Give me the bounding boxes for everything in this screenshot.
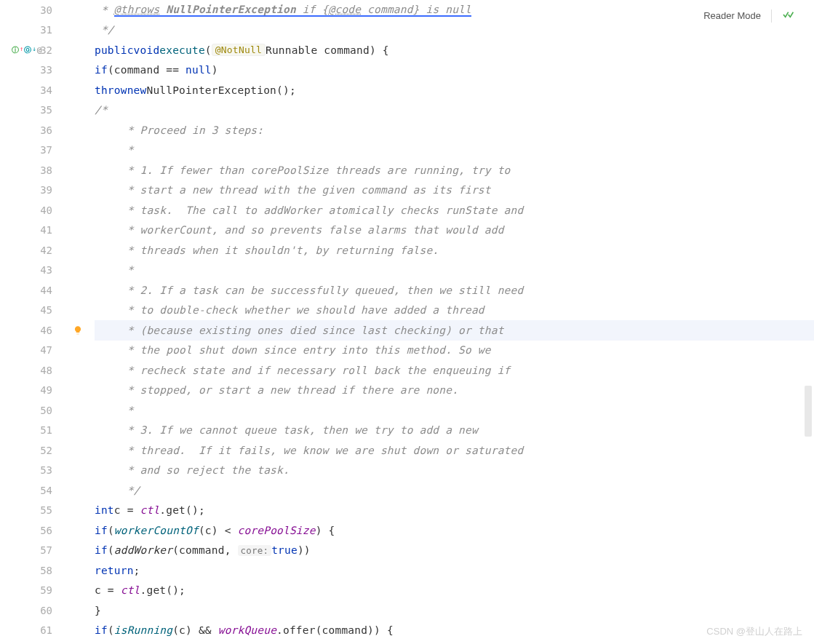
code-line[interactable]: /*	[95, 100, 814, 121]
gutter-row[interactable]: 60	[0, 600, 65, 621]
gutter-row[interactable]: 35	[0, 100, 65, 121]
code-line[interactable]: */	[95, 480, 814, 501]
code-line[interactable]: * workerCount, and so prevents false ala…	[95, 220, 814, 241]
code-line[interactable]: * start a new thread with the given comm…	[95, 180, 814, 201]
line-number: 38	[40, 164, 52, 176]
line-number: 39	[40, 184, 52, 196]
line-number: 54	[40, 485, 52, 496]
line-number: 32	[40, 44, 52, 56]
gutter-row[interactable]: 46	[0, 320, 65, 341]
line-number: 43	[40, 264, 52, 276]
code-line[interactable]: *	[95, 400, 814, 421]
gutter-row[interactable]: 31	[0, 20, 65, 41]
line-number: 41	[40, 224, 52, 236]
gutter-row[interactable]: 42	[0, 240, 65, 261]
code-editor[interactable]: 303132ⓘ↑ⓞ↓@33343536373839404142434445464…	[0, 0, 814, 644]
code-line[interactable]: *	[95, 261, 814, 281]
code-line[interactable]: * stopped, or start a new thread if ther…	[95, 381, 814, 401]
editor-topbar: Reader Mode	[698, 6, 799, 25]
gutter-row[interactable]: 44	[0, 280, 65, 301]
gutter-row[interactable]: 43	[0, 261, 65, 281]
gutter-row[interactable]: 54	[0, 480, 65, 501]
gutter[interactable]: 303132ⓘ↑ⓞ↓@33343536373839404142434445464…	[0, 0, 65, 644]
line-number: 51	[40, 424, 52, 436]
code-line[interactable]: public void execute( @NotNull Runnable c…	[95, 40, 814, 60]
line-number: 44	[40, 285, 52, 296]
code-line[interactable]: * 1. If fewer than corePoolSize threads …	[95, 160, 814, 180]
gutter-row[interactable]: 61	[0, 621, 65, 641]
code-line[interactable]: * thread. If it fails, we know we are sh…	[95, 440, 814, 461]
line-number: 58	[40, 565, 52, 576]
gutter-row[interactable]: 36	[0, 120, 65, 140]
code-line[interactable]: c = ctl.get();	[95, 581, 814, 601]
gutter-row[interactable]: 37	[0, 140, 65, 161]
code-line[interactable]: throw new NullPointerException();	[95, 80, 814, 100]
code-line[interactable]: int c = ctl.get();	[95, 501, 814, 521]
line-number: 61	[40, 624, 52, 636]
line-number: 49	[40, 384, 52, 396]
gutter-row[interactable]: 58	[0, 560, 65, 581]
line-number: 30	[40, 4, 52, 16]
gutter-row[interactable]: 50	[0, 400, 65, 421]
gutter-row[interactable]: 47	[0, 341, 65, 361]
gutter-row[interactable]: 51	[0, 421, 65, 441]
code-line[interactable]: }	[95, 600, 814, 621]
code-line[interactable]: * recheck state and if necessary roll ba…	[95, 360, 814, 381]
gutter-row[interactable]: 45	[0, 301, 65, 321]
gutter-row[interactable]: 30	[0, 0, 65, 20]
gutter-row[interactable]: 48	[0, 360, 65, 381]
line-number: 36	[40, 124, 52, 136]
code-line[interactable]: if (addWorker(command, core: true))	[95, 541, 814, 561]
code-line[interactable]: if (command == null)	[95, 60, 814, 81]
gutter-row[interactable]: 40	[0, 200, 65, 220]
vertical-scrollbar[interactable]	[802, 0, 813, 644]
line-number: 45	[40, 304, 52, 316]
divider	[771, 9, 772, 23]
line-number: 53	[40, 464, 52, 476]
line-number: 60	[40, 605, 52, 616]
inspection-ok-icon[interactable]	[782, 9, 794, 23]
code-line[interactable]: return;	[95, 560, 814, 581]
code-line[interactable]: * 2. If a task can be successfully queue…	[95, 280, 814, 301]
line-number: 33	[40, 64, 52, 76]
code-line[interactable]: * and so reject the task.	[95, 461, 814, 481]
code-line[interactable]: * Proceed in 3 steps:	[95, 120, 814, 140]
gutter-row[interactable]: 57	[0, 541, 65, 561]
gutter-row[interactable]: 53	[0, 461, 65, 481]
code-line[interactable]: * to double-check whether we should have…	[95, 301, 814, 321]
code-line[interactable]: * (because existing ones died since last…	[95, 320, 814, 341]
gutter-row[interactable]: 41	[0, 220, 65, 241]
line-number: 40	[40, 204, 52, 216]
gutter-row[interactable]: 59	[0, 581, 65, 601]
reader-mode-button[interactable]: Reader Mode	[703, 10, 761, 21]
code-line[interactable]: * task. The call to addWorker atomically…	[95, 200, 814, 220]
line-number: 46	[40, 325, 52, 336]
line-number: 52	[40, 445, 52, 456]
line-number: 31	[40, 24, 52, 36]
line-number: 55	[40, 504, 52, 516]
gutter-row[interactable]: 33	[0, 60, 65, 81]
code-area[interactable]: * @throws NullPointerException if {@code…	[65, 0, 814, 644]
gutter-row[interactable]: 55	[0, 501, 65, 521]
gutter-row[interactable]: 32ⓘ↑ⓞ↓@	[0, 40, 65, 60]
gutter-row[interactable]: 39	[0, 180, 65, 201]
line-number: 59	[40, 584, 52, 596]
gutter-row[interactable]: 52	[0, 440, 65, 461]
gutter-row[interactable]: 38	[0, 160, 65, 180]
line-number: 34	[40, 84, 52, 96]
gutter-row[interactable]: 34	[0, 80, 65, 100]
code-line[interactable]: * the pool shut down since entry into th…	[95, 341, 814, 361]
line-number: 35	[40, 104, 52, 116]
code-line[interactable]: *	[95, 140, 814, 161]
code-line[interactable]: * 3. If we cannot queue task, then we tr…	[95, 421, 814, 441]
code-line[interactable]: * threads when it shouldn't, by returnin…	[95, 240, 814, 261]
line-number: 50	[40, 405, 52, 416]
gutter-row[interactable]: 56	[0, 520, 65, 541]
watermark-text: CSDN @登山人在路上	[706, 625, 802, 638]
override-markers[interactable]: ⓘ↑ⓞ↓@	[12, 45, 41, 55]
gutter-row[interactable]: 49	[0, 381, 65, 401]
line-number: 37	[40, 144, 52, 156]
line-number: 42	[40, 245, 52, 256]
code-line[interactable]: if (workerCountOf(c) < corePoolSize) {	[95, 520, 814, 541]
scrollbar-thumb[interactable]	[805, 386, 812, 437]
